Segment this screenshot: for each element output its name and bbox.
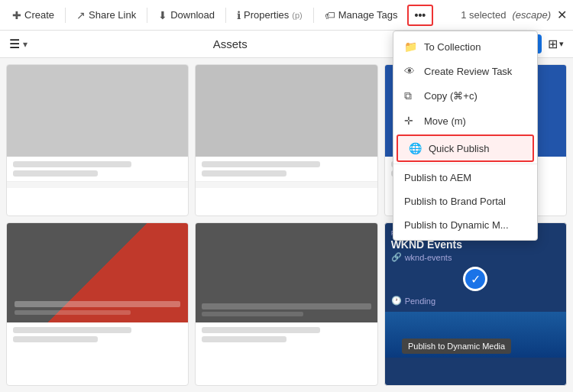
manage-tags-button[interactable]: 🏷 Manage Tags bbox=[319, 6, 404, 24]
asset-info-2 bbox=[196, 157, 377, 181]
escape-hint: (escape) bbox=[512, 9, 551, 21]
asset-name-line-2 bbox=[202, 161, 320, 167]
selected-count: 1 selected bbox=[461, 9, 506, 21]
wknd-check-icon: ✓ bbox=[463, 267, 487, 291]
divider2 bbox=[147, 8, 147, 23]
publish-dynamic-tooltip: Publish to Dynamic Media bbox=[402, 339, 511, 354]
asset-name-line-1 bbox=[13, 161, 131, 167]
download-icon: ⬇ bbox=[158, 9, 167, 21]
asset-meta-line-4 bbox=[13, 336, 98, 342]
dropdown-menu: 📁 To Collection 👁 Create Review Task ⧉ C… bbox=[393, 31, 538, 241]
manage-tags-label: Manage Tags bbox=[338, 9, 398, 21]
view-chevron-icon: ▾ bbox=[559, 39, 564, 49]
copy-icon: ⧉ bbox=[404, 89, 416, 102]
publish-brand-label: Publish to Brand Portal bbox=[404, 196, 506, 207]
clock-icon: 🕐 bbox=[391, 296, 402, 306]
asset-thumb-2 bbox=[196, 65, 377, 157]
assets-label: Assets bbox=[213, 37, 248, 50]
more-button[interactable]: ••• bbox=[407, 5, 434, 26]
wknd-card[interactable]: FOLDER WKND Events 🔗 wknd-events ✓ 🕐 Pen… bbox=[384, 222, 567, 386]
more-icon: ••• bbox=[415, 9, 426, 21]
menu-item-copy[interactable]: ⧉ Copy (⌘+c) bbox=[393, 83, 537, 109]
asset-thumb-4 bbox=[7, 223, 188, 322]
collection-icon: 📁 bbox=[404, 40, 416, 53]
asset-card-1[interactable] bbox=[6, 64, 189, 216]
link-icon: 🔗 bbox=[391, 252, 402, 262]
to-collection-label: To Collection bbox=[424, 41, 481, 53]
divider4 bbox=[313, 8, 314, 23]
publish-dynamic-label: Publish to Dynamic M... bbox=[404, 219, 509, 231]
move-icon: ✛ bbox=[404, 115, 416, 127]
info-icon: ℹ bbox=[237, 9, 241, 21]
download-label: Download bbox=[170, 9, 215, 21]
asset-meta-line-1 bbox=[13, 170, 98, 177]
asset-info-5 bbox=[196, 322, 377, 347]
asset-meta-line-5 bbox=[202, 336, 286, 342]
divider1 bbox=[65, 8, 66, 23]
assets-title: Assets bbox=[28, 37, 432, 50]
menu-item-publish-dynamic[interactable]: Publish to Dynamic M... bbox=[393, 213, 537, 237]
wknd-subtitle: 🔗 wknd-events bbox=[385, 251, 566, 264]
wknd-status: 🕐 Pending bbox=[385, 294, 566, 312]
menu-item-publish-aem[interactable]: Publish to AEM bbox=[393, 166, 537, 190]
move-label: Move (m) bbox=[424, 115, 466, 127]
toolbar-right: 1 selected (escape) ✕ bbox=[461, 8, 567, 22]
download-button[interactable]: ⬇ Download bbox=[152, 6, 221, 24]
sidebar-toggle-icon[interactable]: ☰ bbox=[9, 37, 20, 51]
properties-label: Properties bbox=[244, 9, 289, 21]
main-toolbar: ✚ Create ↗ Share Link ⬇ Download ℹ Prope… bbox=[0, 0, 573, 31]
menu-item-publish-brand[interactable]: Publish to Brand Portal bbox=[393, 190, 537, 213]
wknd-subtitle-text: wknd-events bbox=[405, 253, 452, 262]
menu-item-move[interactable]: ✛ Move (m) bbox=[393, 109, 537, 133]
quick-publish-label: Quick Publish bbox=[429, 143, 489, 154]
properties-button[interactable]: ℹ Properties (p) bbox=[231, 6, 309, 24]
quick-publish-icon: 🌐 bbox=[409, 142, 421, 154]
divider3 bbox=[225, 8, 226, 23]
asset-label-1 bbox=[7, 181, 188, 188]
tag-icon: 🏷 bbox=[325, 9, 335, 21]
asset-thumb-1 bbox=[7, 65, 188, 157]
review-task-label: Create Review Task bbox=[424, 66, 512, 77]
asset-meta-line-2 bbox=[202, 170, 286, 177]
tooltip-text: Publish to Dynamic Media bbox=[408, 342, 505, 351]
create-button[interactable]: ✚ Create bbox=[6, 6, 60, 24]
share-link-button[interactable]: ↗ Share Link bbox=[70, 6, 142, 24]
asset-card-2[interactable] bbox=[195, 64, 377, 216]
dropdown-sep1 bbox=[393, 164, 537, 164]
asset-name-line-5 bbox=[202, 327, 320, 333]
properties-shortcut: (p) bbox=[292, 11, 302, 20]
copy-label: Copy (⌘+c) bbox=[424, 90, 478, 102]
asset-thumb-5 bbox=[196, 223, 377, 322]
asset-info-1 bbox=[7, 157, 188, 181]
grid-icon: ⊞ bbox=[548, 37, 558, 51]
publish-aem-label: Publish to AEM bbox=[404, 172, 471, 183]
create-label: Create bbox=[24, 9, 54, 21]
wknd-status-text: Pending bbox=[405, 296, 435, 306]
sub-toolbar-left: ☰ ▾ bbox=[9, 37, 28, 51]
view-toggle[interactable]: ⊞ ▾ bbox=[548, 37, 564, 51]
share-icon: ↗ bbox=[76, 9, 86, 21]
menu-item-quick-publish[interactable]: 🌐 Quick Publish bbox=[397, 134, 534, 162]
share-link-label: Share Link bbox=[89, 9, 136, 21]
menu-item-to-collection[interactable]: 📁 To Collection bbox=[393, 34, 537, 59]
asset-info-4 bbox=[7, 322, 188, 347]
asset-label-2 bbox=[196, 181, 377, 188]
plus-icon: ✚ bbox=[12, 9, 21, 21]
asset-card-5[interactable] bbox=[195, 222, 377, 386]
close-icon[interactable]: ✕ bbox=[557, 8, 567, 22]
menu-item-review-task[interactable]: 👁 Create Review Task bbox=[393, 59, 537, 83]
asset-card-4[interactable] bbox=[6, 222, 189, 386]
review-icon: 👁 bbox=[404, 65, 416, 77]
asset-name-line-4 bbox=[13, 327, 131, 333]
